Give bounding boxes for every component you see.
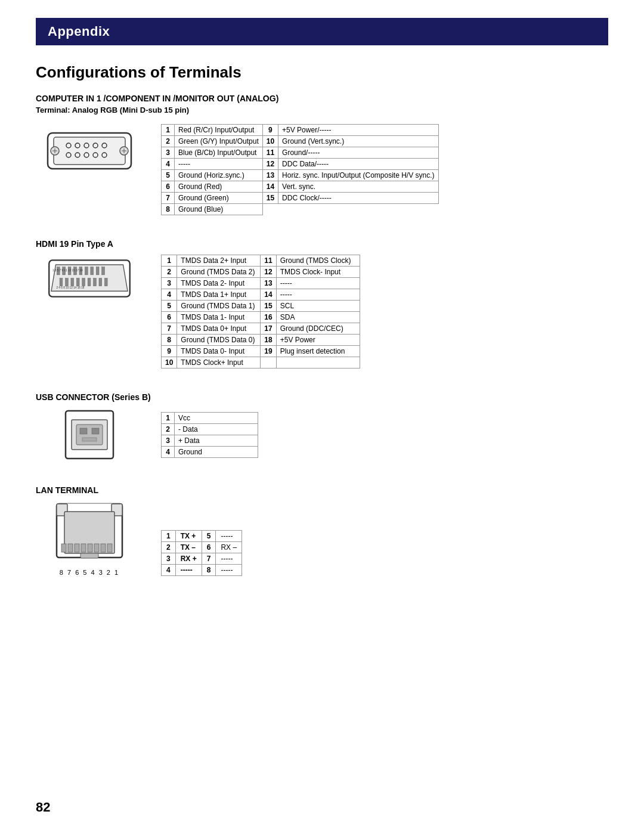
hdmi-pin-desc-right-17: Ground (DDC/CEC) xyxy=(276,323,360,335)
analog-pin-num-left-8: 8 xyxy=(162,204,175,215)
lan-pin-table-wrapper: 1TX +5-----2TX –6RX –3RX +7-----4-----8-… xyxy=(161,530,608,576)
analog-pin-desc-right-13: Horiz. sync. Input/Output (Composite H/V… xyxy=(278,170,438,181)
lan-pin-num2-8: 8 xyxy=(202,565,216,576)
hdmi-pin-desc-right-11: Ground (TMDS Clock) xyxy=(276,255,360,267)
svg-rect-56 xyxy=(101,544,106,552)
analog-pin-desc-right-11: Ground/----- xyxy=(278,147,438,159)
analog-pin-table-wrapper: 1Red (R/Cr) Input/Output9+5V Power/-----… xyxy=(161,124,608,215)
svg-rect-43 xyxy=(80,428,87,434)
svg-rect-33 xyxy=(82,278,85,286)
svg-rect-54 xyxy=(88,544,92,552)
usb-pin-num-1: 1 xyxy=(162,412,175,423)
hdmi-connector-image: 1 3 5 7 9 11 13 15 17 19 2 4 6 8 10 12 1… xyxy=(36,255,143,302)
analog-connector-image xyxy=(36,124,143,178)
hdmi-pin-num-right-18: 18 xyxy=(261,335,276,346)
hdmi-pin-num-left-3: 3 xyxy=(162,278,177,289)
usb-section: USB CONNECTOR (Series B) xyxy=(36,392,608,462)
svg-text:2 4 6 8 10 12 14 16 18: 2 4 6 8 10 12 14 16 18 xyxy=(56,286,84,289)
hdmi-pin-desc-right-14: ----- xyxy=(276,289,360,301)
svg-text:1 3 5 7 9 11 13 15 17 19: 1 3 5 7 9 11 13 15 17 19 xyxy=(52,269,83,272)
appendix-header: Appendix xyxy=(36,18,608,45)
svg-rect-31 xyxy=(71,278,74,286)
hdmi-pin-num-left-5: 5 xyxy=(162,301,177,312)
lan-pin-desc2-8: ----- xyxy=(216,565,242,576)
analog-rgb-sublabel: Terminal: Analog RGB (Mini D-sub 15 pin) xyxy=(36,106,608,114)
hdmi-pin-desc-left-5: Ground (TMDS Data 1) xyxy=(177,301,261,312)
analog-pin-desc-left-7: Ground (Green) xyxy=(175,193,263,204)
analog-pin-desc-right-14: Vert. sync. xyxy=(278,181,438,193)
svg-rect-25 xyxy=(85,267,88,275)
svg-rect-26 xyxy=(91,267,94,275)
svg-rect-34 xyxy=(88,278,91,286)
section-title: Configurations of Terminals xyxy=(36,63,608,82)
hdmi-pin-desc-left-10: TMDS Clock+ Input xyxy=(177,357,261,368)
svg-rect-35 xyxy=(94,278,97,286)
hdmi-pin-desc-left-6: TMDS Data 1- Input xyxy=(177,312,261,323)
svg-rect-44 xyxy=(92,428,99,434)
hdmi-pin-num-left-1: 1 xyxy=(162,255,177,267)
lan-pin-table: 1TX +5-----2TX –6RX –3RX +7-----4-----8-… xyxy=(161,530,242,576)
lan-pin-desc-4: ----- xyxy=(175,565,202,576)
usb-pin-desc-2: - Data xyxy=(175,423,258,435)
hdmi-section: HDMI 19 Pin Type A xyxy=(36,239,608,368)
analog-pin-desc-right-9: +5V Power/----- xyxy=(278,125,438,136)
hdmi-label: HDMI 19 Pin Type A xyxy=(36,239,608,249)
analog-pin-num-left-5: 5 xyxy=(162,170,175,181)
hdmi-pin-desc-right-15: SCL xyxy=(276,301,360,312)
svg-rect-36 xyxy=(99,278,102,286)
analog-pin-desc-left-5: Ground (Horiz.sync.) xyxy=(175,170,263,181)
lan-connector-image: 8 7 6 5 4 3 2 1 xyxy=(36,501,143,576)
lan-pin-num-4: 4 xyxy=(162,565,176,576)
hdmi-pin-num-right-14: 14 xyxy=(261,289,276,301)
analog-pin-num-right-9: 9 xyxy=(262,125,278,136)
svg-rect-30 xyxy=(66,278,69,286)
analog-pin-num-left-3: 3 xyxy=(162,147,175,159)
analog-pin-desc-left-8: Ground (Blue) xyxy=(175,204,263,215)
analog-pin-num-left-2: 2 xyxy=(162,136,175,147)
svg-rect-32 xyxy=(76,278,79,286)
analog-pin-desc-right-10: Ground (Vert.sync.) xyxy=(278,136,438,147)
usb-pin-desc-3: + Data xyxy=(175,435,258,446)
page-wrapper: Appendix Configurations of Terminals COM… xyxy=(0,0,644,833)
analog-pin-table: 1Red (R/Cr) Input/Output9+5V Power/-----… xyxy=(161,124,439,215)
hdmi-pin-table-wrapper: 1TMDS Data 2+ Input11Ground (TMDS Clock)… xyxy=(161,255,608,368)
hdmi-pin-desc-left-8: Ground (TMDS Data 0) xyxy=(177,335,261,346)
svg-rect-27 xyxy=(96,267,99,275)
hdmi-pin-desc-left-7: TMDS Data 0+ Input xyxy=(177,323,261,335)
analog-pin-num-right-14: 14 xyxy=(262,181,278,193)
hdmi-pin-num-left-7: 7 xyxy=(162,323,177,335)
hdmi-pin-num-left-9: 9 xyxy=(162,346,177,357)
usb-pin-desc-1: Vcc xyxy=(175,412,258,423)
analog-pin-num-right-12: 12 xyxy=(262,159,278,170)
analog-pin-num-right-13: 13 xyxy=(262,170,278,181)
svg-rect-28 xyxy=(102,267,105,275)
analog-rgb-section: COMPUTER IN 1 /COMPONENT IN /MONITOR OUT… xyxy=(36,94,608,215)
lan-label: LAN TERMINAL xyxy=(36,485,608,495)
svg-rect-1 xyxy=(54,137,125,165)
analog-pin-num-left-4: 4 xyxy=(162,159,175,170)
lan-numbers: 8 7 6 5 4 3 2 1 xyxy=(60,569,119,576)
analog-pin-num-left-1: 1 xyxy=(162,125,175,136)
hdmi-pin-num-right-15: 15 xyxy=(261,301,276,312)
hdmi-pin-desc-right-18: +5V Power xyxy=(276,335,360,346)
hdmi-pin-desc-right-19: Plug insert detection xyxy=(276,346,360,357)
hdmi-pin-num-left-8: 8 xyxy=(162,335,177,346)
lan-pin-num2-6: 6 xyxy=(202,542,216,553)
lan-pin-desc-2: TX – xyxy=(175,542,202,553)
hdmi-pin-desc-left-2: Ground (TMDS Data 2) xyxy=(177,267,261,278)
analog-rgb-content: 1Red (R/Cr) Input/Output9+5V Power/-----… xyxy=(36,124,608,215)
analog-rgb-label: COMPUTER IN 1 /COMPONENT IN /MONITOR OUT… xyxy=(36,94,608,103)
usb-pin-table-wrapper: 1Vcc2- Data3+ Data4Ground xyxy=(161,412,608,458)
hdmi-pin-desc-left-4: TMDS Data 1+ Input xyxy=(177,289,261,301)
lan-pin-num2-5: 5 xyxy=(202,531,216,542)
hdmi-pin-table: 1TMDS Data 2+ Input11Ground (TMDS Clock)… xyxy=(161,255,360,368)
analog-pin-desc-left-4: ----- xyxy=(175,159,263,170)
hdmi-pin-desc-right-16: SDA xyxy=(276,312,360,323)
svg-rect-52 xyxy=(75,544,79,552)
hdmi-pin-desc-right-13: ----- xyxy=(276,278,360,289)
usb-pin-num-3: 3 xyxy=(162,435,175,446)
hdmi-pin-num-right-16: 16 xyxy=(261,312,276,323)
lan-pin-desc-1: TX + xyxy=(175,531,202,542)
analog-pin-desc-right-12: DDC Data/----- xyxy=(278,159,438,170)
lan-content: 8 7 6 5 4 3 2 1 1TX +5-----2TX –6RX –3RX… xyxy=(36,501,608,576)
